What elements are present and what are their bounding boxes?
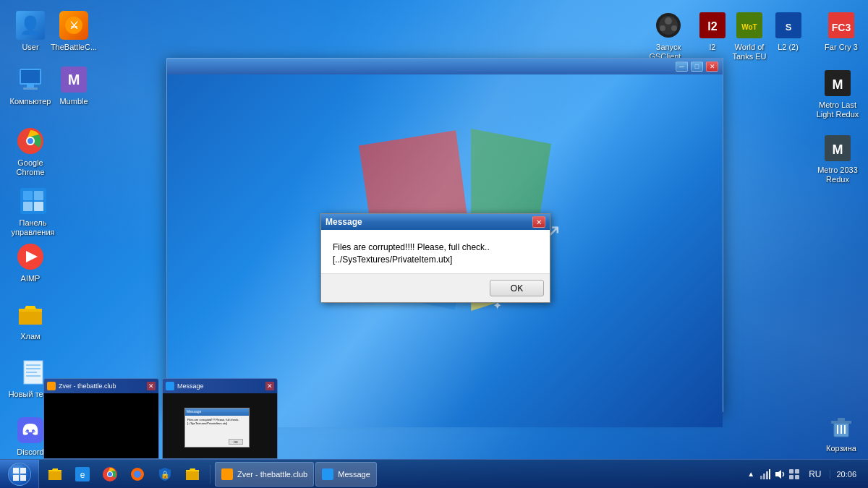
thumbnail-message-content: Message Files are corrupted!!!! Please, … [163,393,277,458]
svg-rect-3 [21,70,40,83]
desktop-icon-aimp[interactable]: AIMP [6,242,55,283]
svg-rect-59 [766,471,768,479]
svg-rect-14 [23,202,33,211]
svg-point-10 [27,138,33,144]
taskbar-clock[interactable]: 20:06 [830,470,862,479]
svg-text:M: M [833,142,843,157]
tray-action-center-icon[interactable] [788,468,800,480]
taskbar-item-explorer[interactable]: e [69,462,95,487]
tray-expand-icon[interactable]: ▲ [745,468,757,480]
thumbnail-message[interactable]: Message ✕ Message Files are corrupted!!!… [162,378,278,459]
desktop-icon-wot[interactable]: WoT World of Tanks EU [728,11,770,61]
svg-rect-19 [26,364,41,366]
start-orb[interactable] [8,463,31,486]
svg-text:M: M [68,72,80,87]
svg-marker-61 [775,470,781,479]
desktop-icon-farcry3[interactable]: FC3 Far Cry 3 [820,11,862,52]
taskbar-item-folder[interactable] [42,462,68,487]
taskbar-start-button[interactable] [0,460,39,489]
svg-rect-60 [769,469,770,479]
dialog-close-button[interactable]: ✕ [532,216,545,228]
svg-rect-21 [26,372,37,373]
taskbar-time: 20:06 [836,470,856,479]
svg-rect-56 [322,468,333,480]
desktop-icon-trash-folder[interactable]: Хлам [6,300,55,341]
taskbar-message-label: Message [338,470,370,479]
svg-rect-57 [760,476,762,479]
thumbnail-message-close[interactable]: ✕ [265,382,274,390]
thumbnail-zver-content [44,393,158,458]
taskbar-message-item[interactable]: Message [315,462,377,487]
svg-rect-58 [763,474,765,479]
svg-text:FC3: FC3 [832,22,851,33]
taskbar-item-firefox[interactable] [124,462,150,487]
desktop-icon-panel[interactable]: Панель управления [6,187,60,237]
tray-network-icon[interactable] [760,468,771,480]
svg-rect-55 [221,468,233,480]
bg-window-titlebar: ─ □ ✕ [167,59,723,74]
bg-window-close-btn[interactable]: ✕ [706,61,718,72]
desktop-icon-chrome[interactable]: Google Chrome [6,127,55,177]
svg-rect-5 [23,87,38,90]
svg-point-27 [671,25,677,31]
svg-text:🔒: 🔒 [161,470,170,479]
svg-rect-13 [34,191,43,200]
taskbar: e [0,459,868,488]
taskbar-item-folder2[interactable] [179,462,205,487]
dialog-title: Message [326,217,529,227]
svg-text:WoT: WoT [741,23,757,31]
svg-text:⚔: ⚔ [69,20,79,31]
dialog-ok-button[interactable]: OK [490,280,544,296]
taskbar-separator [210,465,210,484]
tray-volume-icon[interactable] [774,468,786,480]
dialog-titlebar: Message ✕ [321,214,550,230]
desktop-icon-thebattle[interactable]: ⚔ TheBattleC... [49,11,98,52]
svg-rect-12 [23,191,33,200]
taskbar-item-security[interactable]: 🔒 [152,462,178,487]
bg-window-maximize-btn[interactable]: □ [691,61,703,72]
dialog-footer: OK [321,273,550,302]
desktop-icon-metro-2033[interactable]: M Metro 2033 Redux [813,134,862,184]
thumbnail-message-icon [166,382,174,390]
thumbnail-message-title: Message [177,382,263,390]
taskbar-tray: ▲ [739,460,868,488]
svg-rect-62 [789,469,793,474]
desktop-icon-recycle[interactable]: Корзина [820,412,862,453]
svg-rect-65 [795,475,799,479]
desktop-icon-metro-last[interactable]: M Metro Last Light Redux [813,69,862,119]
taskbar-zver-item[interactable]: Zver - thebattle.club [215,462,314,487]
svg-text:e: e [80,470,85,480]
desktop-icon-gsclient[interactable]: Запуск GSClient... [644,11,693,61]
svg-rect-20 [26,368,41,369]
svg-text:S: S [785,22,791,33]
thumbnail-zver-icon [47,382,56,390]
taskbar-thumbnails: Zver - thebattle.club ✕ Message ✕ Messag… [43,378,278,459]
desktop-icon-user[interactable]: 👤 User [6,11,55,52]
bg-window-minimize-btn[interactable]: ─ [676,61,688,72]
thumbnail-zver-close[interactable]: ✕ [147,382,156,390]
svg-point-26 [665,17,672,25]
svg-text:l2: l2 [707,20,717,33]
svg-rect-64 [789,475,793,479]
svg-rect-4 [27,85,34,87]
svg-text:M: M [833,77,843,92]
taskbar-item-chrome[interactable] [97,462,123,487]
desktop-icon-computer[interactable]: Компьютер [6,65,55,106]
thumbnail-zver-title: Zver - thebattle.club [59,382,144,390]
thumbnail-zver-titlebar: Zver - thebattle.club ✕ [44,379,158,393]
taskbar-zver-label: Zver - thebattle.club [237,470,307,479]
desktop-icon-l2[interactable]: l2 l2 [694,11,731,52]
svg-rect-63 [795,469,799,474]
language-indicator[interactable]: RU [803,469,827,479]
desktop-icon-l2-2[interactable]: S L2 (2) [768,11,808,52]
dialog-body: Files are corrupted!!!! Please, full che… [321,230,550,273]
thumbnail-zver[interactable]: Zver - thebattle.club ✕ [43,378,159,459]
svg-rect-43 [838,418,845,421]
svg-point-28 [660,25,665,31]
message-dialog: Message ✕ Files are corrupted!!!! Please… [320,213,550,303]
desktop: 👤 User ⚔ TheBattleC... Компьютер [0,0,868,488]
svg-rect-42 [831,421,851,424]
svg-rect-22 [26,375,41,377]
desktop-icon-mumble[interactable]: M Mumble [49,65,98,106]
thumbnail-message-titlebar: Message ✕ [163,379,277,393]
